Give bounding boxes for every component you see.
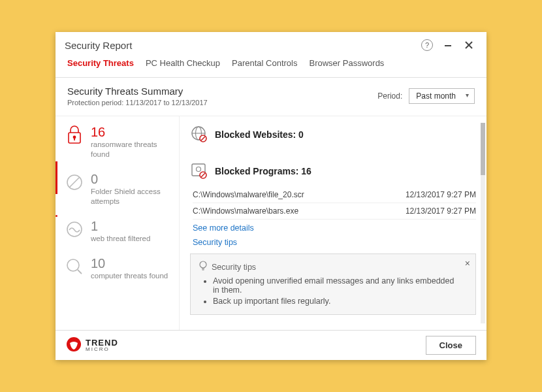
svg-point-4 (73, 136, 76, 139)
period-label: Period: (377, 91, 402, 101)
main-panel: Blocked Websites: 0 Blocked Programs: 16… (180, 116, 486, 330)
stat-label: computer threats found (91, 271, 168, 281)
tab-browser-passwords[interactable]: Browser Passwords (310, 58, 385, 72)
see-more-link[interactable]: See more details (193, 223, 476, 233)
tab-pc-health[interactable]: PC Health Checkup (146, 58, 220, 72)
blocked-websites-section: Blocked Websites: 0 (190, 125, 476, 144)
file-path: C:\Windows\malware\file_20.scr (193, 190, 304, 199)
stat-label: ransomware threats found (91, 140, 172, 159)
footer: TREND MICRO Close (56, 330, 486, 360)
stat-label: Folder Shield access attempts (91, 187, 172, 206)
stat-web-threat[interactable]: 1 web threat filtered (65, 220, 172, 244)
help-icon: ? (421, 39, 433, 51)
summary-row: Security Threats Summary Protection peri… (56, 78, 486, 116)
security-tips-link[interactable]: Security tips (193, 238, 476, 247)
lightbulb-icon (199, 261, 208, 273)
tips-heading: Security tips (212, 263, 256, 272)
globe-blocked-icon (190, 125, 208, 144)
tab-parental-controls[interactable]: Parental Controls (232, 58, 297, 72)
window-title: Security Report (65, 40, 132, 51)
sidebar: 16 ransomware threats found 0 Folder Shi… (56, 116, 180, 330)
brand: TREND MICRO (66, 336, 118, 355)
close-button[interactable]: Close (426, 336, 476, 355)
magnifier-icon (65, 257, 84, 276)
blocked-program-row: C:\Windows\malware\bars.exe 12/13/2017 9… (193, 203, 476, 220)
tabs: Security Threats PC Health Checkup Paren… (56, 58, 486, 78)
svg-point-20 (200, 261, 206, 268)
scrollbar[interactable] (481, 123, 485, 323)
file-time: 12/13/2017 9:27 PM (406, 190, 476, 199)
titlebar: Security Report ? (56, 32, 486, 58)
svg-line-10 (78, 270, 82, 274)
blocked-program-row: C:\Windows\malware\file_20.scr 12/13/201… (193, 187, 476, 203)
tip-item: Back up important files regularly. (213, 297, 457, 306)
file-time: 12/13/2017 9:27 PM (406, 206, 476, 216)
stat-ransomware[interactable]: 16 ransomware threats found (65, 125, 172, 159)
stat-computer-threats[interactable]: 10 computer threats found (65, 257, 172, 281)
wave-icon (65, 220, 84, 239)
period-dropdown[interactable]: Past month (409, 88, 475, 104)
svg-point-17 (197, 167, 201, 172)
body: 16 ransomware threats found 0 Folder Shi… (56, 116, 486, 330)
stat-count: 16 (91, 125, 172, 139)
stat-label: web threat filtered (91, 234, 150, 244)
tab-security-threats[interactable]: Security Threats (67, 58, 134, 72)
tip-item: Avoid opening unverified email messages … (213, 276, 457, 295)
svg-line-7 (69, 177, 80, 188)
red-dot (56, 215, 57, 217)
tips-close-button[interactable]: × (465, 258, 470, 269)
tips-box: × Security tips Avoid opening unverified… (190, 253, 476, 315)
blocked-websites-title: Blocked Websites: 0 (215, 129, 304, 140)
circle-slash-icon (65, 172, 84, 192)
brand-line2: MICRO (86, 347, 118, 352)
stat-folder-shield[interactable]: 0 Folder Shield access attempts (65, 172, 172, 206)
stat-count: 10 (91, 257, 168, 270)
close-window-button[interactable] (460, 37, 477, 54)
blocked-programs-section: Blocked Programs: 16 (190, 162, 476, 180)
protection-period: Protection period: 11/13/2017 to 12/13/2… (67, 99, 377, 106)
file-path: C:\Windows\malware\bars.exe (193, 206, 298, 216)
svg-point-9 (67, 259, 79, 271)
stat-count: 0 (91, 172, 172, 186)
help-button[interactable]: ? (419, 37, 436, 54)
program-blocked-icon (190, 162, 208, 180)
security-report-window: Security Report ? Security Threats PC He… (56, 32, 486, 360)
active-indicator-bar (56, 161, 57, 194)
lock-icon (65, 125, 84, 145)
stat-count: 1 (91, 220, 150, 233)
blocked-programs-title: Blocked Programs: 16 (215, 166, 311, 176)
summary-title: Security Threats Summary (67, 86, 377, 97)
brand-logo-icon (66, 336, 82, 355)
minimize-button[interactable] (439, 37, 456, 54)
scrollbar-thumb[interactable] (481, 123, 485, 175)
